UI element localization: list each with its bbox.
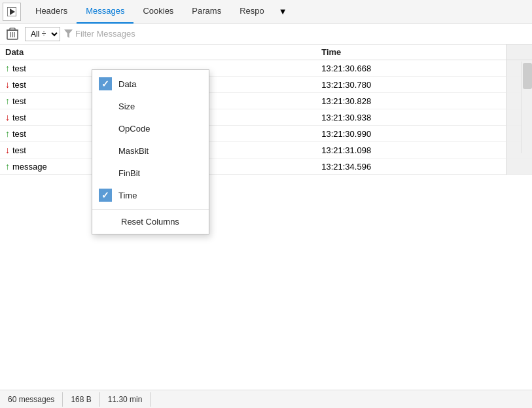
arrow-down-icon: ↓ xyxy=(5,145,10,155)
menu-item-maskbit[interactable]: MaskBit xyxy=(92,139,209,162)
svg-marker-8 xyxy=(64,29,73,38)
filter-input-area: Filter Messages xyxy=(64,29,135,39)
tab-bar: Headers Messages Cookies Params Respo ▼ xyxy=(0,0,532,24)
menu-label-finbit: FinBit xyxy=(118,168,140,178)
tab-params[interactable]: Params xyxy=(183,0,230,24)
menu-divider xyxy=(92,209,209,210)
cell-time: 13:21:30.990 xyxy=(316,126,506,142)
filter-select[interactable]: All ÷ xyxy=(25,27,60,41)
table-row[interactable]: ↑message13:21:34.596 xyxy=(0,158,532,175)
arrow-down-icon: ↓ xyxy=(5,79,10,90)
scroll-spacer xyxy=(506,158,532,175)
menu-label-opcode: OpCode xyxy=(118,124,150,134)
status-messages: 60 messages xyxy=(0,392,63,407)
play-button[interactable] xyxy=(3,3,21,21)
menu-item-time[interactable]: ✓ Time xyxy=(92,184,209,206)
table-row[interactable]: ↑test13:21:30.990 xyxy=(0,126,532,142)
checkbox-finbit[interactable] xyxy=(99,166,112,179)
column-header-data[interactable]: Data xyxy=(0,45,316,60)
cell-data-value: test xyxy=(12,113,26,122)
toolbar: All ÷ Filter Messages xyxy=(0,24,532,45)
table-row[interactable]: ↑test13:21:30.828 xyxy=(0,93,532,109)
checkbox-opcode[interactable] xyxy=(99,122,112,135)
cell-data-value: test xyxy=(12,64,26,73)
cell-data-value: test xyxy=(12,80,26,90)
status-duration: 11.30 min xyxy=(100,392,151,407)
table-row[interactable]: ↓test13:21:31.098 xyxy=(0,142,532,158)
cell-time: 13:21:30.828 xyxy=(316,93,506,109)
column-dropdown-menu: ✓ Data Size OpCode MaskBit FinBit xyxy=(92,69,209,234)
checkbox-size[interactable] xyxy=(99,100,112,113)
menu-item-data[interactable]: ✓ Data xyxy=(92,73,209,95)
arrow-down-icon: ↓ xyxy=(5,112,10,122)
tab-messages[interactable]: Messages xyxy=(77,0,133,24)
status-bar: 60 messages 168 B 11.30 min xyxy=(0,390,532,408)
menu-label-size: Size xyxy=(118,102,135,111)
cell-data-value: test xyxy=(12,96,26,106)
checkbox-time[interactable]: ✓ xyxy=(99,189,112,202)
messages-table: Data Time ↑test13:21:30.668↓test13:21:30… xyxy=(0,45,532,175)
cell-time: 13:21:30.780 xyxy=(316,77,506,93)
cell-data-value: message xyxy=(12,162,47,172)
cell-time: 13:21:34.596 xyxy=(316,158,506,175)
data-area: Data Time ↑test13:21:30.668↓test13:21:30… xyxy=(0,45,532,390)
arrow-up-icon: ↑ xyxy=(5,63,10,73)
table-row[interactable]: ↓test13:21:30.780 xyxy=(0,77,532,93)
arrow-up-icon: ↑ xyxy=(5,96,10,106)
reset-columns-button[interactable]: Reset Columns xyxy=(92,212,209,231)
table-row[interactable]: ↓test13:21:30.938 xyxy=(0,109,532,126)
arrow-up-icon: ↑ xyxy=(5,128,10,139)
tab-more-button[interactable]: ▼ xyxy=(275,1,291,22)
menu-item-size[interactable]: Size xyxy=(92,95,209,117)
menu-label-time: Time xyxy=(118,191,137,200)
clear-button[interactable] xyxy=(4,26,21,43)
cell-data-value: test xyxy=(12,145,26,155)
menu-item-opcode[interactable]: OpCode xyxy=(92,117,209,139)
tab-headers[interactable]: Headers xyxy=(26,0,77,24)
menu-item-finbit[interactable]: FinBit xyxy=(92,162,209,184)
scrollbar-header xyxy=(506,45,532,60)
table-row[interactable]: ↑test13:21:30.668 xyxy=(0,60,532,77)
menu-label-maskbit: MaskBit xyxy=(118,146,149,156)
cell-data-value: test xyxy=(12,129,26,139)
main-content: All ÷ Filter Messages Data Time xyxy=(0,24,532,408)
scrollbar-track[interactable] xyxy=(522,62,532,153)
svg-rect-4 xyxy=(10,28,15,30)
tab-cookies[interactable]: Cookies xyxy=(133,0,183,24)
filter-icon xyxy=(64,29,73,38)
checkbox-data[interactable]: ✓ xyxy=(99,77,112,90)
cell-time: 13:21:30.938 xyxy=(316,109,506,126)
column-header-time[interactable]: Time xyxy=(316,45,506,60)
cell-time: 13:21:31.098 xyxy=(316,142,506,158)
status-size: 168 B xyxy=(63,392,99,407)
tab-respo[interactable]: Respo xyxy=(230,0,274,24)
filter-placeholder: Filter Messages xyxy=(75,29,135,39)
arrow-up-icon: ↑ xyxy=(5,161,10,172)
checkbox-maskbit[interactable] xyxy=(99,144,112,157)
table-wrapper: Data Time ↑test13:21:30.668↓test13:21:30… xyxy=(0,45,532,175)
svg-marker-1 xyxy=(10,9,15,15)
scrollbar-thumb[interactable] xyxy=(523,63,532,89)
menu-label-data: Data xyxy=(118,79,136,89)
cell-time: 13:21:30.668 xyxy=(316,60,506,77)
